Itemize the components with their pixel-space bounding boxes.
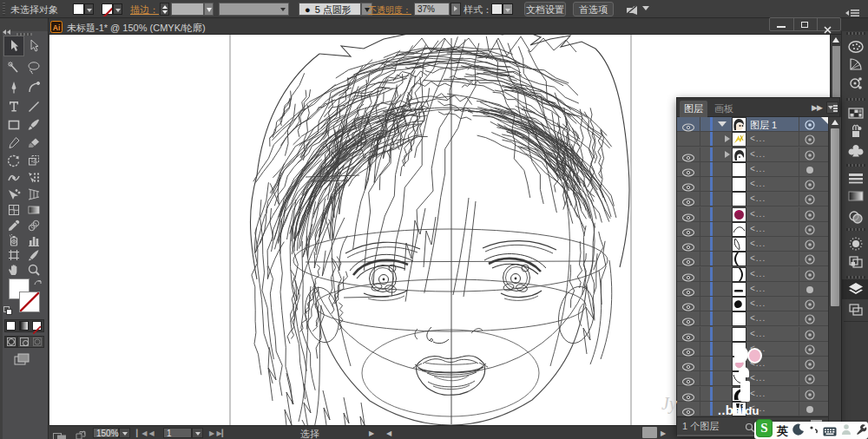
svg-text:Ai: Ai [53, 23, 61, 32]
